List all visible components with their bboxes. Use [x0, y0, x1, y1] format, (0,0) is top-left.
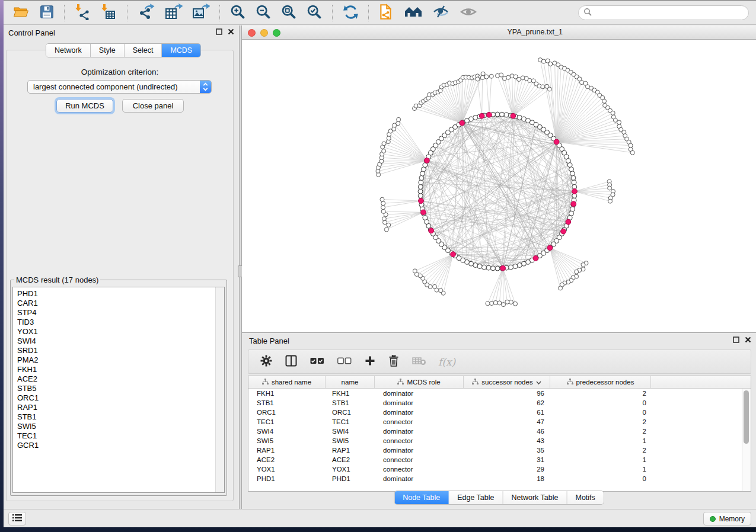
- column-type-icon: [472, 379, 479, 386]
- app-window: Control Panel NetworkStyleSelectMCDS Opt…: [4, 0, 756, 527]
- zoom-out-button[interactable]: [252, 3, 275, 23]
- column-header-successor-nodes[interactable]: successor nodes: [464, 376, 550, 388]
- table-scrollbar[interactable]: [742, 389, 751, 491]
- mcds-result-item[interactable]: GCR1: [17, 441, 215, 450]
- table-row[interactable]: YOX1YOX1connector291: [248, 464, 751, 474]
- column-header-filler: [651, 376, 751, 388]
- table-tab-motifs[interactable]: Motifs: [567, 491, 603, 504]
- mcds-result-item[interactable]: STB1: [17, 412, 215, 422]
- tab-network[interactable]: Network: [46, 44, 91, 57]
- export-network-button[interactable]: [134, 2, 159, 23]
- share-document-button[interactable]: [375, 2, 398, 24]
- close-panel-icon-button[interactable]: [228, 28, 234, 35]
- column-header-predecessor-nodes[interactable]: predecessor nodes: [550, 376, 651, 388]
- table-cell: 2: [550, 389, 651, 398]
- column-header-MCDS-role[interactable]: MCDS role: [375, 376, 464, 388]
- column-type-icon: [567, 379, 573, 386]
- mcds-result-item[interactable]: SWI4: [17, 336, 215, 346]
- table-cell: 1: [550, 455, 651, 464]
- mcds-result-item[interactable]: ORC1: [17, 393, 215, 403]
- float-table-panel-button[interactable]: [733, 336, 739, 343]
- close-window-button[interactable]: [248, 29, 256, 37]
- table-row[interactable]: TEC1TEC1connector472: [248, 417, 751, 427]
- column-header-name[interactable]: name: [326, 376, 375, 388]
- save-icon: [39, 4, 55, 21]
- memory-button[interactable]: Memory: [703, 512, 751, 525]
- mcds-result-item[interactable]: SRD1: [17, 346, 215, 355]
- import-table-button[interactable]: [97, 2, 121, 23]
- add-column-button[interactable]: [363, 355, 377, 368]
- column-label: name: [342, 379, 359, 386]
- table-tab-edge-table[interactable]: Edge Table: [449, 491, 503, 504]
- table-cell: dominator: [375, 446, 464, 455]
- minimize-window-button[interactable]: [260, 29, 268, 37]
- tab-style[interactable]: Style: [91, 44, 125, 57]
- export-image-button[interactable]: [189, 2, 213, 23]
- mcds-result-item[interactable]: ACE2: [17, 374, 215, 384]
- table-cell: 2: [550, 427, 651, 436]
- mcds-result-item[interactable]: PMA2: [17, 355, 215, 365]
- table-cell: 61: [464, 408, 550, 417]
- export-table-button[interactable]: [161, 2, 186, 23]
- table-row[interactable]: STB1STB1dominator620: [248, 398, 751, 408]
- split-pane-button[interactable]: [284, 355, 298, 368]
- control-panel-tabs: NetworkStyleSelectMCDS: [46, 43, 201, 57]
- export-image-icon: [192, 4, 210, 22]
- mcds-result-item[interactable]: FKH1: [17, 365, 215, 374]
- table-row[interactable]: PHD1PHD1dominator180: [248, 474, 751, 483]
- zoom-fit-button[interactable]: [277, 3, 301, 23]
- column-header-shared-name[interactable]: shared name: [248, 376, 326, 388]
- column-settings-button[interactable]: [259, 355, 273, 368]
- table-row[interactable]: ACE2ACE2connector311: [248, 455, 751, 464]
- mcds-result-item[interactable]: TEC1: [17, 431, 215, 441]
- run-mcds-button[interactable]: Run MCDS: [56, 99, 113, 113]
- mcds-result-item[interactable]: STB5: [17, 384, 215, 393]
- zoom-in-button[interactable]: [227, 3, 250, 23]
- mcds-result-item[interactable]: STP4: [17, 308, 215, 318]
- close-panel-button[interactable]: Close panel: [122, 99, 184, 113]
- mcds-result-item[interactable]: PHD1: [17, 289, 215, 299]
- maximize-window-button[interactable]: [273, 29, 280, 37]
- optimization-select-value: largest connected component (undirected): [28, 82, 200, 91]
- mcds-result-scrollbar[interactable]: [215, 287, 224, 492]
- tab-mcds[interactable]: MCDS: [162, 44, 200, 57]
- control-panel-header: Control Panel: [4, 25, 239, 40]
- table-row[interactable]: SWI5SWI5connector431: [248, 436, 751, 446]
- table-row[interactable]: ORC1ORC1dominator610: [248, 408, 751, 417]
- table-row[interactable]: RAP1RAP1dominator352: [248, 446, 751, 455]
- table-tab-node-table[interactable]: Node Table: [394, 491, 449, 504]
- table-tab-network-table[interactable]: Network Table: [503, 491, 567, 504]
- table-row[interactable]: SWI4SWI4dominator462: [248, 427, 751, 436]
- table-scrollbar-thumb[interactable]: [744, 390, 749, 444]
- home-networks-button[interactable]: [400, 3, 426, 23]
- save-session-button[interactable]: [36, 3, 58, 23]
- import-network-button[interactable]: [71, 2, 95, 23]
- mcds-result-item[interactable]: CAR1: [17, 299, 215, 308]
- table-tabs: Node TableEdge TableNetwork TableMotifs: [394, 491, 604, 505]
- delete-column-button[interactable]: [387, 355, 400, 368]
- tab-select[interactable]: Select: [125, 44, 162, 57]
- hide-selection-button[interactable]: [429, 3, 454, 23]
- mcds-result-item[interactable]: YOX1: [17, 327, 215, 336]
- mcds-result-item[interactable]: TID3: [17, 318, 215, 327]
- table-cell: PHD1: [326, 474, 375, 483]
- search-input[interactable]: [595, 8, 744, 18]
- table-cell: ACE2: [326, 455, 375, 464]
- mcds-result-item[interactable]: RAP1: [17, 403, 215, 412]
- select-all-button[interactable]: [309, 357, 326, 366]
- table-cell: TEC1: [248, 417, 326, 427]
- optimization-select[interactable]: largest connected component (undirected): [27, 80, 212, 94]
- task-history-button[interactable]: [8, 512, 26, 525]
- zoom-selected-button[interactable]: [303, 3, 326, 23]
- float-panel-button[interactable]: [216, 28, 222, 35]
- table-cell: PHD1: [248, 474, 326, 483]
- close-table-panel-button[interactable]: [745, 336, 751, 343]
- mcds-buttons-row: Run MCDS Close panel: [7, 99, 233, 113]
- table-row[interactable]: FKH1FKH1dominator962: [248, 389, 751, 398]
- refresh-layout-button[interactable]: [339, 3, 362, 23]
- mcds-result-item[interactable]: SWI5: [17, 422, 215, 431]
- open-file-button[interactable]: [9, 3, 33, 23]
- deselect-all-button[interactable]: [336, 357, 353, 366]
- show-eye-button[interactable]: [456, 3, 481, 23]
- network-canvas[interactable]: [242, 40, 756, 332]
